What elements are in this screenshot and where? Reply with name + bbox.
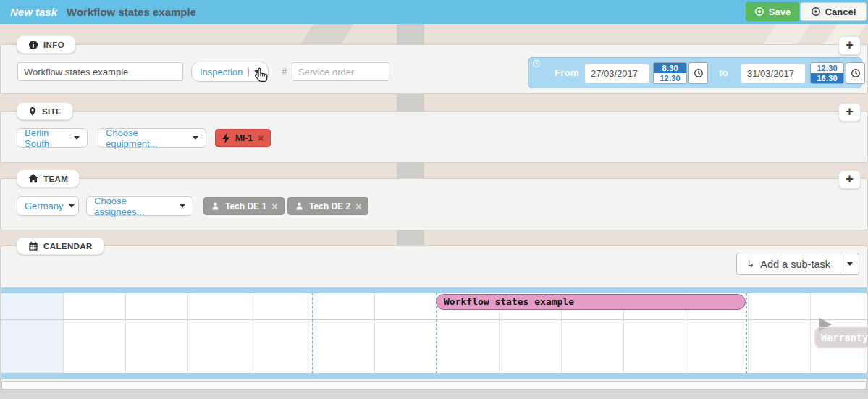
assignees-select-dropdown[interactable]: Choose assignees... (86, 196, 193, 216)
site-tab[interactable]: SITE (17, 102, 73, 120)
service-order-input[interactable] (292, 62, 389, 81)
new-task-page: New task Workflow states example Save Ca… (0, 0, 868, 399)
add-subtask-button[interactable]: ↳ Add a sub-task (736, 253, 859, 275)
calendar-tab[interactable]: CALENDAR (17, 237, 104, 255)
grid-row-divider (1, 319, 867, 320)
task-event-bar[interactable]: Workflow states example (436, 294, 746, 310)
equipment-select-placeholder: Choose equipment... (106, 127, 187, 149)
add-subtask-caret-button[interactable] (840, 253, 859, 274)
assignee-tag-label: Tech DE 1 (225, 201, 266, 211)
to-time-end[interactable]: 16:30 (811, 73, 843, 83)
assignee-tag[interactable]: Tech DE 1 × (203, 197, 285, 215)
task-name-input[interactable] (17, 62, 183, 81)
remove-assignee-icon[interactable]: × (355, 201, 361, 211)
cancel-icon (811, 7, 821, 17)
from-time-selector[interactable]: 8:30 12:30 (653, 62, 687, 84)
grid-body[interactable]: Workflow states example Warranty (1, 293, 867, 373)
page-mode-title: New task (10, 6, 57, 18)
location-pin-icon (28, 106, 37, 117)
from-date-input[interactable] (584, 64, 649, 83)
save-icon (754, 7, 764, 17)
task-type-label: Inspection (200, 67, 243, 77)
subtask-arrow-icon: ↳ (746, 259, 754, 269)
site-select-value: Berlin South (25, 127, 68, 149)
team-select-dropdown[interactable]: Germany (17, 196, 79, 216)
home-icon (28, 174, 38, 183)
save-button-label: Save (769, 7, 791, 17)
cancel-button-label: Cancel (825, 7, 856, 17)
clock-icon (532, 59, 541, 68)
add-subtask-label: Add a sub-task (760, 259, 830, 270)
remove-assignee-icon[interactable]: × (271, 201, 277, 211)
event-end-marker (746, 293, 747, 373)
person-icon (211, 201, 220, 211)
grid-first-column-highlight (1, 293, 63, 373)
add-subtask-main[interactable]: ↳ Add a sub-task (737, 253, 840, 274)
service-order-hash: # (282, 66, 287, 77)
assignees-select-placeholder: Choose assignees... (94, 196, 174, 217)
grid-bottom-strip (1, 373, 867, 379)
grid-marker-line (312, 293, 313, 373)
from-time-start[interactable]: 8:30 (654, 63, 686, 73)
chevron-down-icon (847, 262, 853, 266)
grid-top-strip (1, 287, 867, 293)
lightning-icon (222, 133, 230, 143)
calendar-section: CALENDAR ↳ Add a sub-task Workflow state… (0, 245, 868, 389)
to-time-picker-button[interactable] (846, 62, 865, 84)
info-icon (28, 40, 38, 50)
page-title: Workflow states example (67, 6, 196, 18)
assignee-tag-label: Tech DE 2 (309, 201, 350, 211)
to-time-start[interactable]: 12:30 (811, 63, 843, 73)
to-time-selector[interactable]: 12:30 16:30 (810, 62, 844, 84)
to-label: to (719, 67, 728, 78)
team-add-button[interactable]: + (838, 170, 861, 189)
site-add-button[interactable]: + (838, 103, 861, 122)
chevron-down-icon (69, 204, 75, 208)
person-icon (295, 201, 304, 211)
from-label: From (555, 67, 579, 78)
equipment-tag-label: MI-1 (235, 133, 253, 143)
info-tab-label: INFO (43, 41, 64, 49)
mouse-cursor-icon (253, 67, 269, 84)
calendar-tab-label: CALENDAR (43, 242, 93, 251)
equipment-tag[interactable]: MI-1 × (215, 129, 271, 147)
to-date-input[interactable] (741, 64, 806, 83)
team-tab-label: TEAM (43, 175, 68, 183)
info-section: INFO + Inspection # From 8:30 12:30 to (0, 44, 868, 94)
warranty-event-bar[interactable]: Warranty (814, 327, 868, 348)
chevron-down-icon (193, 136, 198, 140)
from-time-picker-button[interactable] (688, 62, 708, 84)
site-section: SITE + Berlin South Choose equipment... … (0, 111, 868, 163)
save-button[interactable]: Save (746, 2, 799, 21)
from-time-end[interactable]: 12:30 (654, 73, 686, 83)
header-bar: New task Workflow states example Save Ca… (0, 0, 868, 24)
calendar-icon (28, 241, 38, 251)
assignee-tag[interactable]: Tech DE 2 × (287, 197, 368, 215)
team-section: TEAM + Germany Choose assignees... Tech … (0, 178, 868, 230)
remove-equipment-icon[interactable]: × (258, 133, 264, 143)
gantt-grid: Workflow states example Warranty (1, 287, 867, 379)
info-tab[interactable]: INFO (17, 35, 76, 54)
team-select-value: Germany (25, 201, 63, 211)
page-footer (0, 389, 868, 399)
info-add-button[interactable]: + (838, 36, 861, 55)
chevron-down-icon (74, 136, 80, 140)
date-range-panel: From 8:30 12:30 to 12:30 16:30 (528, 57, 862, 88)
horizontal-scrollbar[interactable] (1, 381, 867, 390)
chevron-down-icon (180, 204, 185, 208)
site-select-dropdown[interactable]: Berlin South (17, 128, 88, 148)
cancel-button[interactable]: Cancel (800, 2, 867, 21)
equipment-select-dropdown[interactable]: Choose equipment... (98, 128, 206, 148)
site-tab-label: SITE (42, 107, 62, 116)
team-tab[interactable]: TEAM (17, 169, 80, 188)
task-type-color-dot (248, 67, 249, 77)
